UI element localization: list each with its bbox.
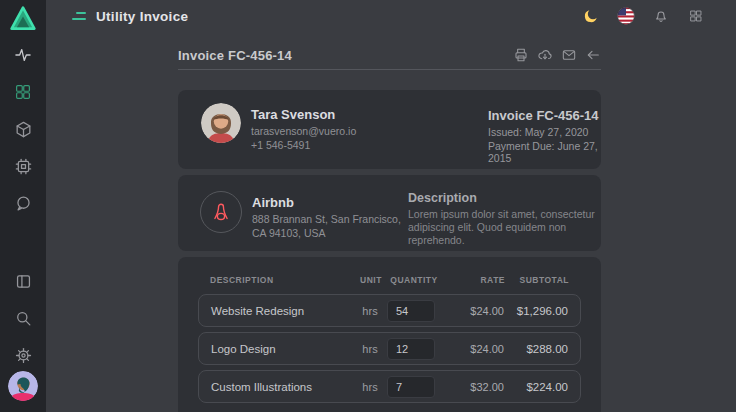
invoice-header: Invoice FC-456-14 [178, 45, 601, 65]
item-subtotal: $224.00 [504, 381, 568, 393]
item-subtotal: $288.00 [504, 343, 568, 355]
dashboard-grid-icon [14, 83, 32, 101]
customer-info: Tara Svenson tarasvenson@vuero.io +1 546… [251, 103, 356, 151]
item-description: Custom Illustrations [211, 381, 353, 393]
item-unit: hrs [353, 305, 387, 317]
item-description: Website Redesign [211, 305, 353, 317]
settings-gear-icon [14, 346, 33, 365]
sidebar-item-search[interactable] [11, 306, 35, 330]
quantity-input[interactable] [387, 338, 435, 360]
item-quantity-cell [387, 300, 439, 322]
quantity-input[interactable] [387, 300, 435, 322]
customer-phone: +1 546-5491 [251, 139, 356, 151]
invoice-toolbar [513, 47, 601, 63]
sidebar-item-activity[interactable] [11, 43, 35, 67]
sidebar [0, 0, 46, 412]
description-block: Description Lorem ipsum dolor sit amet, … [408, 191, 598, 247]
envelope-icon [561, 47, 577, 63]
language-selector[interactable] [614, 4, 638, 28]
search-icon [14, 309, 33, 328]
chip-icon [14, 157, 33, 176]
sidebar-item-dashboards[interactable] [11, 80, 35, 104]
col-header-description: DESCRIPTION [210, 275, 354, 285]
item-quantity-cell [387, 338, 439, 360]
description-text: Lorem ipsum dolor sit amet, consectetur … [408, 208, 598, 247]
print-button[interactable] [513, 47, 529, 63]
notifications-button[interactable] [649, 4, 673, 28]
download-button[interactable] [537, 47, 553, 63]
chat-bubble-icon [14, 194, 33, 213]
col-header-subtotal: SUBTOTAL [505, 275, 569, 285]
arrow-left-icon [585, 47, 601, 63]
triangle-logo-icon [9, 5, 37, 31]
invoice-meta-block: Invoice FC-456-14 Issued: May 27, 2020 P… [488, 108, 601, 164]
header-divider [178, 69, 601, 70]
item-subtotal: $1,296.00 [504, 305, 568, 317]
invoice-due-date: Payment Due: June 27, 2015 [488, 140, 601, 164]
app-logo[interactable] [9, 5, 37, 32]
table-row: Logo Design hrs $24.00 $288.00 [198, 332, 581, 365]
table-row: Website Redesign hrs $24.00 $1,296.00 [198, 294, 581, 327]
page-title: Utility Invoice [96, 9, 188, 24]
quantity-input[interactable] [387, 376, 435, 398]
printer-icon [513, 47, 529, 63]
sidebar-item-packages[interactable] [11, 117, 35, 141]
col-header-rate: RATE [440, 275, 505, 285]
menu-toggle-icon[interactable] [72, 12, 86, 20]
company-logo [200, 191, 242, 233]
item-quantity-cell [387, 376, 439, 398]
invoice-issued-date: Issued: May 27, 2020 [488, 126, 601, 138]
apps-panel-button[interactable] [684, 4, 708, 28]
invoice-number: Invoice FC-456-14 [488, 108, 601, 123]
user-avatar[interactable] [8, 371, 38, 401]
sidebar-item-layouts[interactable] [11, 269, 35, 293]
airbnb-icon [208, 199, 234, 225]
send-email-button[interactable] [561, 47, 577, 63]
item-unit: hrs [353, 343, 387, 355]
back-button[interactable] [585, 47, 601, 63]
item-description: Logo Design [211, 343, 353, 355]
table-row: Custom Illustrations hrs $32.00 $224.00 [198, 370, 581, 403]
activity-icon [13, 45, 33, 65]
col-header-quantity: QUANTITY [388, 275, 440, 285]
customer-block: Tara Svenson tarasvenson@vuero.io +1 546… [201, 103, 356, 151]
us-flag-icon [617, 7, 635, 25]
invoice-page: Invoice FC-456-14 [178, 0, 601, 412]
company-description-card: Airbnb 888 Brannan St, San Francisco, CA… [178, 175, 601, 251]
sidebar-item-settings[interactable] [11, 343, 35, 367]
company-address-line2: CA 94103, USA [252, 227, 401, 239]
company-info: Airbnb 888 Brannan St, San Francisco, CA… [252, 191, 401, 239]
company-block: Airbnb 888 Brannan St, San Francisco, CA… [200, 191, 401, 239]
invoice-parties-card: Tara Svenson tarasvenson@vuero.io +1 546… [178, 90, 601, 169]
customer-email: tarasvenson@vuero.io [251, 125, 356, 137]
description-heading: Description [408, 191, 598, 205]
company-name: Airbnb [252, 195, 401, 210]
col-header-unit: UNIT [354, 275, 388, 285]
customer-name: Tara Svenson [251, 107, 356, 122]
sidebar-item-messages[interactable] [11, 191, 35, 215]
item-rate: $32.00 [439, 381, 504, 393]
item-unit: hrs [353, 381, 387, 393]
table-rows: Website Redesign hrs $24.00 $1,296.00 Lo… [198, 294, 581, 403]
company-address-line1: 888 Brannan St, San Francisco, [252, 213, 401, 225]
item-rate: $24.00 [439, 305, 504, 317]
line-items-card: DESCRIPTION UNIT QUANTITY RATE SUBTOTAL … [178, 257, 601, 412]
layout-columns-icon [14, 272, 33, 291]
sidebar-item-components[interactable] [11, 154, 35, 178]
customer-avatar [201, 103, 241, 143]
profile-illustration-icon [8, 371, 38, 401]
box-icon [14, 120, 33, 139]
bell-icon [653, 8, 669, 24]
table-header-row: DESCRIPTION UNIT QUANTITY RATE SUBTOTAL [198, 275, 581, 285]
invoice-title: Invoice FC-456-14 [178, 48, 292, 63]
cloud-download-icon [537, 47, 553, 63]
customer-photo-icon [201, 103, 241, 143]
apps-grid-icon [689, 9, 703, 23]
item-rate: $24.00 [439, 343, 504, 355]
